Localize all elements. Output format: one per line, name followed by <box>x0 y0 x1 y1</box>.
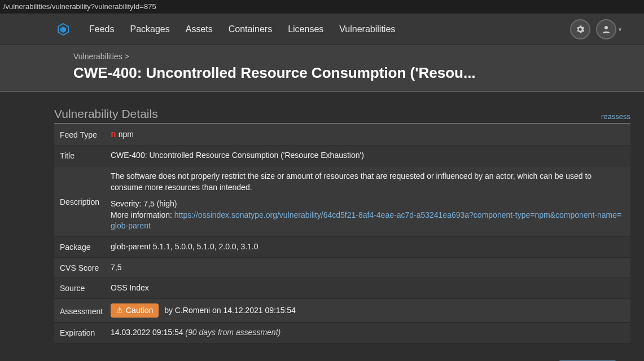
nav-packages[interactable]: Packages <box>130 24 169 34</box>
gear-icon[interactable] <box>570 19 590 39</box>
row-expiration: Expiration 14.03.2022 09:15:54 (90 days … <box>54 323 630 344</box>
more-info-prefix: More information: <box>111 210 174 219</box>
label-title: Title <box>60 150 111 160</box>
assessment-by: by C.Romeni on 14.12.2021 09:15:54 <box>162 305 296 314</box>
npm-icon: n <box>111 129 116 139</box>
reassess-link[interactable]: reassess <box>601 112 630 121</box>
content: Vulnerability Details reassess Feed Type… <box>0 91 644 361</box>
caution-badge: ⚠Caution <box>111 303 159 318</box>
expiration-date: 14.03.2022 09:15:54 <box>111 328 185 337</box>
section-header: Vulnerability Details reassess <box>54 107 630 124</box>
nav-containers[interactable]: Containers <box>229 24 272 34</box>
row-cvs-score: CVS Score 7,5 <box>54 258 630 279</box>
row-source: Source OSS Index <box>54 278 630 299</box>
label-description: Description <box>60 196 111 206</box>
section-title: Vulnerability Details <box>54 107 158 121</box>
more-info-link[interactable]: https://ossindex.sonatype.org/vulnerabil… <box>111 210 621 231</box>
value-expiration: 14.03.2022 09:15:54 (90 days from assess… <box>111 327 625 338</box>
description-more-info: More information: https://ossindex.sonat… <box>111 210 625 232</box>
value-title: CWE-400: Uncontrolled Resource Consumpti… <box>111 150 625 161</box>
top-nav: Feeds Packages Assets Containers License… <box>0 14 644 45</box>
breadcrumb-parent[interactable]: Vulnerabilities <box>73 52 122 61</box>
nav-assets[interactable]: Assets <box>186 24 213 34</box>
svg-marker-1 <box>60 27 66 33</box>
row-assessment: Assessment ⚠Caution by C.Romeni on 14.12… <box>54 299 630 323</box>
description-severity: Severity: 7,5 (high) <box>111 199 625 210</box>
label-feed-type: Feed Type <box>60 129 111 139</box>
user-icon <box>596 19 616 39</box>
footer-actions: Reassess <box>54 344 630 361</box>
value-description: The software does not properly restrict … <box>111 171 625 232</box>
nav-licenses[interactable]: Licenses <box>288 24 323 34</box>
row-feed-type: Feed Type nnpm <box>54 124 630 146</box>
value-source: OSS Index <box>111 283 625 294</box>
warning-icon: ⚠ <box>116 305 123 315</box>
breadcrumb: Vulnerabilities > <box>73 52 644 61</box>
page-title: CWE-400: Uncontrolled Resource Consumpti… <box>73 64 644 82</box>
value-cvs-score: 7,5 <box>111 262 625 274</box>
label-source: Source <box>60 283 111 293</box>
logo-icon[interactable] <box>56 23 70 36</box>
nav-vulnerabilities[interactable]: Vulnerabilities <box>339 24 395 34</box>
expiration-note: (90 days from assessment) <box>185 328 281 337</box>
label-package: Package <box>60 241 111 252</box>
caution-badge-text: Caution <box>126 305 153 316</box>
nav-feeds[interactable]: Feeds <box>89 24 114 34</box>
row-package: Package glob-parent 5.1.1, 5.0.0, 5.1.0,… <box>54 237 630 258</box>
svg-point-2 <box>604 26 608 29</box>
label-assessment: Assessment <box>60 306 111 316</box>
row-title: Title CWE-400: Uncontrolled Resource Con… <box>54 146 630 166</box>
chevron-down-icon: v <box>619 26 621 32</box>
description-para: The software does not properly restrict … <box>111 171 625 193</box>
breadcrumb-block: Vulnerabilities > CWE-400: Uncontrolled … <box>0 45 644 91</box>
details-table: Feed Type nnpm Title CWE-400: Uncontroll… <box>54 124 630 344</box>
feed-type-text: npm <box>119 130 134 139</box>
user-menu[interactable]: v <box>596 19 621 39</box>
address-bar: /vulnerabilities/vulnerability?vulnerabi… <box>0 0 644 14</box>
nav-right: v <box>570 19 621 39</box>
row-description: Description The software does not proper… <box>54 166 630 237</box>
breadcrumb-sep: > <box>122 52 129 61</box>
value-assessment: ⚠Caution by C.Romeni on 14.12.2021 09:15… <box>111 303 625 318</box>
label-cvs-score: CVS Score <box>60 262 111 272</box>
value-package: glob-parent 5.1.1, 5.0.0, 5.1.0, 2.0.0, … <box>111 241 625 253</box>
nav-items: Feeds Packages Assets Containers License… <box>89 24 570 34</box>
label-expiration: Expiration <box>60 327 111 337</box>
value-feed-type: nnpm <box>111 128 625 140</box>
